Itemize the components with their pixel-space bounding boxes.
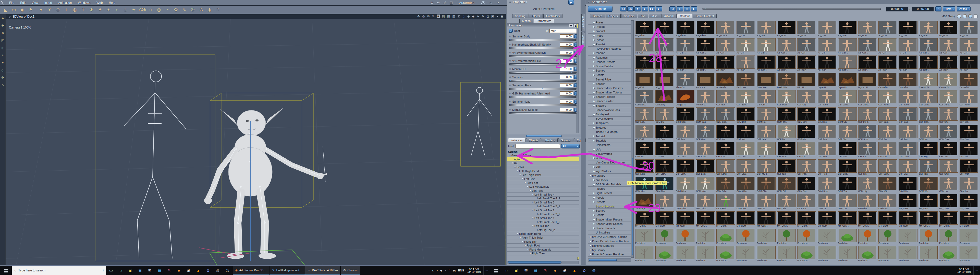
viewport-tool-icon-8[interactable]: ◰ [458,14,460,18]
thumbnail-cell[interactable]: G3FG8F . [635,124,655,142]
thumbnail-cell[interactable]: A3_G3F . [878,55,898,72]
thumbnail-cell[interactable]: M4_G8M . [736,211,756,228]
thumbnail-cell[interactable]: A3_G3F . [858,55,878,72]
scene-tree-item[interactable]: ▼Hip [507,161,579,165]
thumbnail-cell[interactable]: A3_G3F . [858,21,878,38]
thumbnail-cell[interactable]: Predatron . [776,228,797,245]
tab-effects[interactable]: Effects [528,14,542,18]
content-folder-item[interactable]: ▶Poser Debut Content Runtime [588,239,631,243]
thumbnail-cell[interactable]: Predatron . [918,228,939,245]
thumbnail-cell[interactable]: Predatron . [716,245,736,263]
thumbnail-cell[interactable]: G3F Ma. [776,124,797,142]
render-cam-icon[interactable]: ✇ [189,7,196,13]
thumbnail-cell[interactable]: A3_G3F . [797,38,817,55]
start-button-2[interactable] [490,266,502,275]
thumbnail-cell[interactable]: Leon Fibe. [695,193,715,211]
thumbnail-cell[interactable]: Predatron . [797,228,817,245]
thumbnail-cell[interactable]: M4_G8M . [939,211,959,228]
thumbnail-cell[interactable]: Predatron . [939,245,959,263]
thumbnail-cell[interactable]: A3_G3F . [695,38,715,55]
thumbnail-cell[interactable]: G8F Cos. [736,142,756,159]
expand-arrow-icon[interactable]: ▼ [526,186,529,188]
content-folder-item[interactable]: ▶Vehicles [588,156,631,160]
thumbnail-cell[interactable]: Predatron . [736,245,756,263]
start-button[interactable] [0,266,12,275]
thumbnail-cell[interactable]: G2M Hu. [756,107,776,124]
scene-tree-item[interactable]: ▼Left Thigh Twist [507,173,579,177]
thumbnail-cell[interactable]: G8M Oll. [776,176,797,193]
thumbnail-cell[interactable]: G3M bw . [918,124,939,142]
viewport-tool-icon-10[interactable]: ◈ [467,14,469,18]
viewport-tool-icon-6[interactable]: ▦ [447,14,450,18]
surface-select-icon[interactable]: ◆ [19,7,25,13]
tray-icon-2[interactable]: ◆ [440,269,442,272]
content-folder-item[interactable]: ▶Templates [588,121,631,125]
thumbnail-cell[interactable]: G8F My s. [756,159,776,176]
folder-arrow-icon[interactable]: ▶ [593,126,596,129]
clock-2[interactable]: 7:48 AM 23/04/2019 [957,267,971,274]
thumbnail-cell[interactable]: Predatron . [878,228,898,245]
bone-2-icon[interactable]: ⚐ [215,7,221,13]
folder-arrow-icon[interactable]: ▶ [593,65,596,67]
thumbnail-cell[interactable]: G3F Cla. [959,107,979,124]
tab-shading[interactable]: Shading [512,14,528,18]
param-value-field[interactable]: 0.00 [560,100,573,104]
content-folder-item[interactable]: ▶Shader Mixer Presets [588,217,631,221]
thumbnail-cell[interactable]: A3_G3F . [837,38,857,55]
content-folder-item[interactable]: ▶Textures [588,125,631,130]
thumbnail-cell[interactable]: BF159 b. [797,72,817,90]
fps-dropdown[interactable]: 24 fps ▾ [957,6,970,11]
folder-arrow-icon[interactable]: ▶ [593,52,596,54]
expand-arrow-icon[interactable]: ▼ [531,209,535,211]
gear-icon[interactable]: ✱ [509,68,511,71]
thumbnail-cell[interactable]: Basic We. [756,72,776,90]
viewport-tool-icon-16[interactable]: ● [496,14,498,18]
scene-tree-item[interactable]: ▼Left Foot [507,181,579,185]
menu-item-file[interactable]: File [6,0,17,5]
thumbnail-cell[interactable]: Predatron . [959,245,979,263]
content-folder-item[interactable]: SOA ReadMe [588,117,631,121]
thumbnail-cell[interactable]: M4_G8M . [959,193,979,211]
thumbnail-cell[interactable]: A3_G3F . [655,72,675,90]
thumbnail-cell[interactable]: Androme. [695,72,715,90]
thumbnail-cell[interactable]: Leon Hair. [716,193,736,211]
content-folder-item[interactable]: ▶Scripts [588,73,631,77]
thumbnail-cell[interactable]: G3F Swi. [878,124,898,142]
thumbnail-cell[interactable]: G3F bw s. [858,107,878,124]
thumbnail-cell[interactable]: Predatron . [918,245,939,263]
thumbnail-cell[interactable]: A3_G3F . [898,21,918,38]
folder-arrow-icon[interactable]: ▶ [593,34,596,37]
viewport-tool-icon-1[interactable]: ◍ [422,14,425,18]
thumbnail-cell[interactable]: G8M bw . [939,176,959,193]
animate-button[interactable]: Animate [588,6,612,12]
folder-arrow-icon[interactable]: ▶ [593,30,596,32]
rock-icon[interactable]: ◗ [114,7,120,12]
thumbnail-cell[interactable]: Predatron . [695,228,715,245]
thumbnail-cell[interactable]: A3_G3F . [918,21,939,38]
skip-start-button[interactable]: |◀ [620,6,627,11]
content-folder-item[interactable]: RDNA Pro Readmes [588,47,631,51]
agroup-icon[interactable]: AGr [139,7,145,12]
content-folder-item[interactable]: ▶UVs [588,147,631,152]
thumbnail-cell[interactable]: Casual St. [918,72,939,90]
thumbnail-cell[interactable]: Predatron . [817,245,837,263]
app-icon-chrome[interactable]: ◉ [184,266,193,275]
folder-arrow-icon[interactable]: ▶ [593,201,596,203]
folder-arrow-icon[interactable]: ▶ [593,223,596,225]
content-folder-item[interactable]: V4Converted [588,152,631,156]
expand-arrow-icon[interactable]: ▼ [519,174,522,176]
content-folder-item[interactable]: ▶Shader [588,82,631,86]
thumbnail-cell[interactable]: Predatron . [675,245,695,263]
content-tab-artwork[interactable]: Artwork [662,14,676,18]
time-mode-dropdown[interactable]: Time ▾ [943,6,955,11]
app-icon-photos[interactable]: ▦ [155,266,164,275]
thumbnail-cell[interactable]: Predatron . [858,228,878,245]
tab-controllers[interactable]: Controllers [543,14,563,18]
scene-tree-item[interactable]: ▼Left Small Toe 4 [507,193,579,197]
expand-arrow-icon[interactable]: ▼ [531,193,535,196]
app-icon-photos[interactable]: ▦ [531,266,541,275]
content-tab-smart-content[interactable]: Smart Content [693,14,717,18]
parameter-search-input[interactable] [549,29,578,33]
folder-arrow-icon[interactable]: ▶ [593,96,596,98]
content-folder-item[interactable]: ▶DAZ Studio Tutorials [588,182,631,186]
